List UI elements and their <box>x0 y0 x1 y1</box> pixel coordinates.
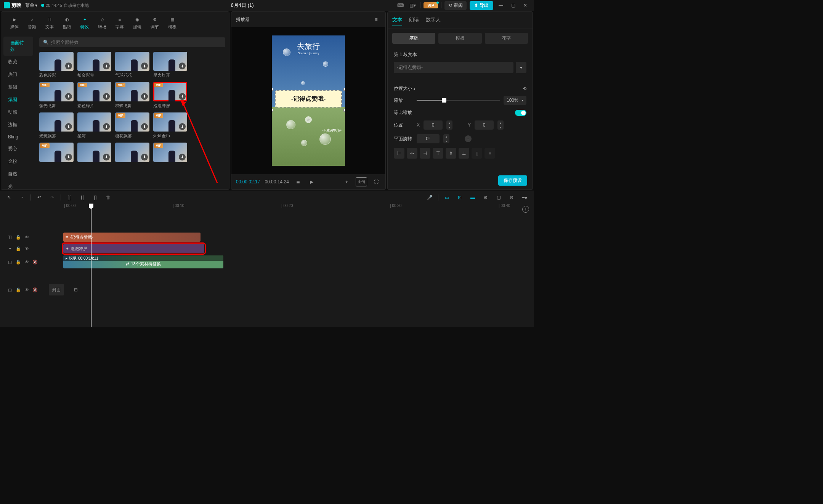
prop-tab-1[interactable]: 朗读 <box>409 14 419 26</box>
effect-card-11[interactable]: ⬇星河 <box>77 112 112 139</box>
text-dropdown-button[interactable]: ▾ <box>516 62 526 73</box>
zoom-slider[interactable]: ━● <box>520 193 529 202</box>
sidebar-item-4[interactable]: 氛围 <box>1 93 35 106</box>
minimize-button[interactable]: — <box>496 1 505 10</box>
mute-icon[interactable]: 🔇 <box>32 259 38 265</box>
cover-button[interactable]: 封面 <box>49 284 64 295</box>
nav-tab-6[interactable]: ≡字幕 <box>111 14 128 31</box>
align-right-icon[interactable]: ⊣ <box>420 148 430 159</box>
nav-tab-1[interactable]: ♪音频 <box>23 14 41 31</box>
play-button[interactable]: ▶ <box>307 177 316 186</box>
effect-card-12[interactable]: VIP⬇樱花飘落 <box>115 112 149 139</box>
effect-card-2[interactable]: ⬇气球花花 <box>115 52 149 78</box>
sidebar-item-5[interactable]: 动感 <box>1 106 35 119</box>
scale-slider[interactable] <box>417 100 500 101</box>
sub-tab-2[interactable]: 花字 <box>485 33 528 44</box>
ratio-icon[interactable]: 比例 <box>356 177 367 186</box>
reset-icon[interactable]: ⟲ <box>523 86 526 91</box>
zoom-out-button[interactable]: ⊖ <box>507 193 516 202</box>
align-left-icon[interactable]: ⊢ <box>394 148 404 159</box>
nav-tab-9[interactable]: ▦模板 <box>164 14 181 31</box>
maximize-button[interactable]: ▢ <box>509 1 518 10</box>
menu-button[interactable]: 菜单 ▾ <box>25 2 37 9</box>
mic-button[interactable]: 🎤 <box>425 193 434 202</box>
effect-card-17[interactable]: ⬇ <box>115 143 149 162</box>
position-y-input[interactable]: 0 <box>475 120 494 130</box>
refresh-icon[interactable]: ⟳ <box>305 116 312 123</box>
effect-card-16[interactable]: ⬇ <box>77 143 112 162</box>
effect-card-1[interactable]: ⬇灿金彩带 <box>77 52 112 78</box>
video-clip[interactable]: ▸ 模板 00:00:14:11 ⇄ 13个素材待替换 <box>63 255 223 268</box>
proportional-scale-toggle[interactable] <box>515 110 526 116</box>
sidebar-item-1[interactable]: 收藏 <box>1 56 35 68</box>
split-left-button[interactable]: ⌈[ <box>78 193 87 202</box>
effect-card-7[interactable]: VIP⬇群蝶飞舞 <box>115 82 149 108</box>
align-center-h-icon[interactable]: ⇔ <box>407 148 417 159</box>
align-top-icon[interactable]: ⊤ <box>433 148 443 159</box>
lock-icon[interactable]: 🔒 <box>15 234 21 240</box>
list-icon[interactable]: ≣ <box>294 177 303 186</box>
eye-icon[interactable]: 👁 <box>24 259 30 265</box>
save-preset-button[interactable]: 保存预设 <box>498 175 527 186</box>
align-center-v-icon[interactable]: ⇕ <box>446 148 456 159</box>
nav-tab-5[interactable]: ◇转场 <box>93 14 111 31</box>
sub-tab-1[interactable]: 模板 <box>438 33 481 44</box>
snap-button-3[interactable]: ▬ <box>468 193 477 202</box>
sub-tab-0[interactable]: 基础 <box>392 33 435 44</box>
sidebar-item-11[interactable]: 光 <box>1 180 35 189</box>
link-button[interactable]: ⊕ <box>481 193 490 202</box>
pos-x-up[interactable]: ▲ <box>446 120 452 125</box>
pos-x-down[interactable]: ▼ <box>446 125 452 130</box>
effect-clip[interactable]: ✦ 泡泡冲屏 <box>63 244 204 253</box>
nav-tab-2[interactable]: TI文本 <box>41 14 58 31</box>
effect-card-6[interactable]: VIP⬇彩色碎片 <box>77 82 112 108</box>
effect-card-13[interactable]: VIP⬇灿灿金币 <box>153 112 188 139</box>
rot-down[interactable]: ▼ <box>443 139 449 143</box>
layout-icon[interactable]: ▥▾ <box>408 1 417 10</box>
effect-card-3[interactable]: ⬇星火炸开 <box>153 52 188 78</box>
text-clip[interactable]: ≡ -记得点赞哦- <box>63 233 201 242</box>
sidebar-item-9[interactable]: 金粉 <box>1 155 35 168</box>
effect-card-0[interactable]: ⬇彩色碎彩 <box>39 52 74 78</box>
crop-icon[interactable]: ⌖ <box>342 177 351 186</box>
position-x-input[interactable]: 0 <box>424 120 443 130</box>
nav-tab-4[interactable]: ✦特效 <box>76 14 93 31</box>
close-button[interactable]: ✕ <box>521 1 530 10</box>
rotation-dash[interactable]: - <box>465 135 472 142</box>
sidebar-item-10[interactable]: 自然 <box>1 168 35 180</box>
fullscreen-icon[interactable]: ⛶ <box>372 177 381 186</box>
pointer-dropdown[interactable]: ▾ <box>18 193 27 202</box>
pointer-tool[interactable]: ↖ <box>5 193 14 202</box>
align-bottom-icon[interactable]: ⊥ <box>459 148 469 159</box>
undo-button[interactable]: ↶ <box>35 193 44 202</box>
mute-icon[interactable]: 🔇 <box>32 287 38 293</box>
prop-tab-0[interactable]: 文本 <box>392 14 402 26</box>
timeline-playhead[interactable] <box>91 204 91 327</box>
stack-icon[interactable]: ⊟ <box>71 285 81 295</box>
pos-y-up[interactable]: ▲ <box>497 120 504 125</box>
player-canvas[interactable]: 去旅行 Go on a journey -记得点赞哦- ⟳ 个真好时光 <box>231 27 385 174</box>
nav-tab-0[interactable]: ▶媒体 <box>6 14 23 31</box>
export-button[interactable]: ⬆ 导出 <box>470 1 493 10</box>
snap-button-1[interactable]: ▭ <box>442 193 451 202</box>
snap-button-2[interactable]: ⊡ <box>455 193 464 202</box>
sidebar-item-6[interactable]: 边框 <box>1 119 35 131</box>
lock-icon[interactable]: 🔒 <box>15 246 21 252</box>
text-content-input[interactable] <box>394 62 513 73</box>
rot-up[interactable]: ▲ <box>443 134 449 139</box>
search-input[interactable]: 🔍 <box>39 37 225 47</box>
sidebar-item-2[interactable]: 热门 <box>1 68 35 81</box>
scale-value[interactable]: 100%▾ <box>504 96 526 105</box>
keyboard-icon[interactable]: ⌨ <box>396 1 405 10</box>
nav-tab-7[interactable]: ◉滤镜 <box>128 14 146 31</box>
split-right-button[interactable]: ]⌉ <box>91 193 100 202</box>
nav-tab-8[interactable]: ⚙调节 <box>146 14 164 31</box>
sidebar-item-8[interactable]: 爱心 <box>1 143 35 155</box>
nav-tab-3[interactable]: ◐贴纸 <box>58 14 76 31</box>
frame-banner-text[interactable]: -记得点赞哦- <box>275 90 342 108</box>
search-field[interactable] <box>51 40 221 45</box>
eye-icon[interactable]: 👁 <box>24 234 30 240</box>
effect-card-5[interactable]: VIP⬇萤光飞舞 <box>39 82 74 108</box>
vip-badge[interactable]: VIP <box>424 2 438 8</box>
lock-icon[interactable]: 🔒 <box>15 287 21 293</box>
